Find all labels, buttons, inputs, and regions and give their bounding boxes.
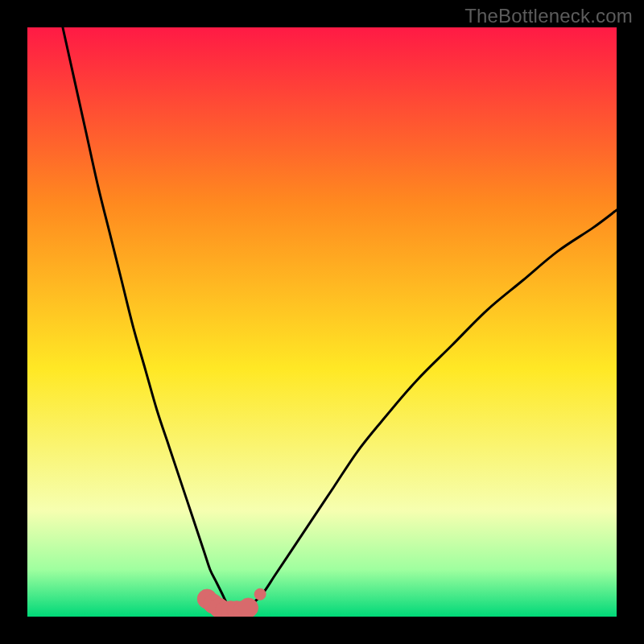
plot-area: [27, 27, 617, 617]
highlight-marker: [239, 598, 258, 617]
highlight-marker: [254, 588, 266, 600]
gradient-background: [27, 27, 617, 617]
chart-svg: [27, 27, 617, 617]
watermark-text: TheBottleneck.com: [464, 5, 633, 27]
chart-frame: TheBottleneck.com: [0, 0, 644, 644]
